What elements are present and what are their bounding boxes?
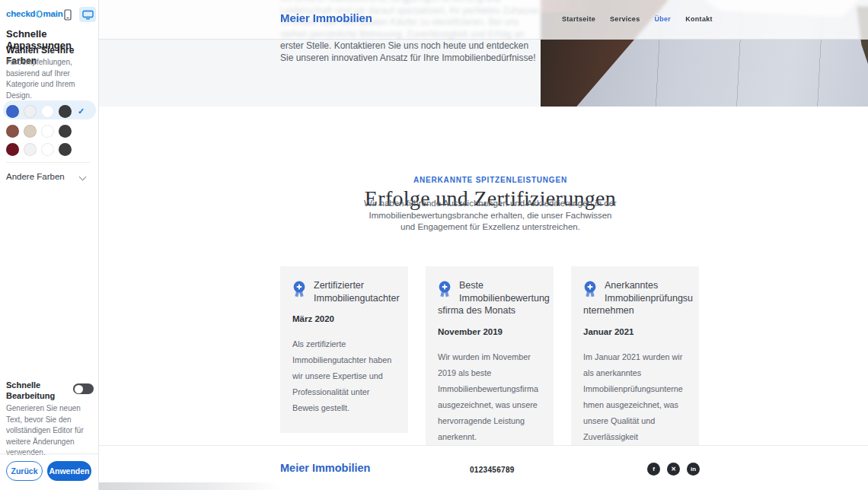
site-brand[interactable]: Meier Immobilien	[280, 11, 372, 24]
color-swatch	[41, 105, 54, 118]
color-swatch	[24, 125, 37, 138]
desktop-preview-button[interactable]	[79, 7, 96, 22]
x-twitter-icon[interactable]: ✕	[667, 463, 680, 476]
color-swatch	[41, 125, 54, 138]
color-swatch	[24, 105, 37, 118]
card-title-line: Immobiliengutachter	[314, 292, 396, 305]
nav-item-startseite[interactable]: Startseite	[562, 15, 595, 23]
nav-item-services[interactable]: Services	[610, 15, 640, 23]
award-card: Beste Immobilienbewertung sfirma des Mon…	[426, 266, 554, 462]
hero-line: Sie unseren innovativen Ansatz für Ihre …	[280, 52, 538, 65]
award-card: Zertifizierter Immobiliengutachter März …	[280, 266, 408, 433]
site-nav: Startseite Services Über Kontakt	[562, 15, 713, 23]
divider	[6, 162, 90, 163]
color-swatch	[6, 143, 19, 156]
color-swatch	[59, 125, 72, 138]
card-title-line: Immobilienbewertung	[459, 292, 541, 305]
linkedin-icon[interactable]: in	[687, 463, 700, 476]
color-palette-list: ✓	[0, 100, 99, 157]
back-button[interactable]: Zurück	[6, 461, 43, 481]
check-icon: ✓	[78, 107, 85, 116]
sidebar-header: checkdmain	[6, 7, 96, 22]
quick-edit-label: Schnelle Bearbeitung	[6, 380, 61, 401]
card-head: Beste Immobilienbewertung sfirma des Mon…	[438, 279, 541, 317]
site-preview: Mit unserer Marktkenntnis, langjährigen …	[99, 0, 868, 490]
footer-brand[interactable]: Meier Immobilien	[280, 462, 370, 474]
app: checkdmain Schnelle Anpassungen Wählen S	[0, 0, 868, 490]
card-title-line: Immobilienprüfungsu	[605, 292, 687, 305]
palette-option-1[interactable]: ✓	[3, 100, 96, 119]
monitor-icon	[82, 10, 94, 20]
medal-icon	[292, 281, 306, 298]
editor-sidebar: checkdmain Schnelle Anpassungen Wählen S	[0, 0, 99, 490]
card-date: November 2019	[438, 327, 541, 336]
footer-phone[interactable]: 0123456789	[470, 466, 515, 474]
site-header: Meier Immobilien Startseite Services Übe…	[99, 0, 868, 40]
medal-icon	[438, 281, 452, 298]
quick-edit-description: Generieren Sie neuen Text, bevor Sie den…	[6, 403, 91, 459]
toggle-knob	[75, 385, 83, 393]
card-body: Im Januar 2021 wurden wir als anerkannte…	[583, 349, 687, 461]
colors-section-description: Farbempfehlungen, basierend auf Ihrer Ka…	[6, 57, 85, 101]
social-links: f ✕ in	[647, 463, 700, 476]
hero-line: erster Stelle. Kontaktieren Sie uns noch…	[280, 40, 538, 52]
palette-option-3[interactable]	[0, 138, 99, 158]
apply-button[interactable]: Anwenden	[47, 461, 91, 481]
chevron-down-icon	[79, 173, 87, 181]
logo-text-1: checkd	[6, 9, 35, 18]
awards-subtitle: Wir haben führende Auszeichnungen und Ak…	[364, 198, 617, 234]
card-title-line: Zertifizierter	[314, 279, 396, 292]
below-fold-shadow	[99, 482, 282, 490]
nav-item-ueber[interactable]: Über	[654, 15, 671, 23]
card-title-line: Anerkanntes	[605, 279, 687, 292]
color-swatch	[41, 143, 54, 156]
color-swatch	[6, 125, 19, 138]
medal-icon	[583, 281, 597, 298]
other-colors-expander[interactable]: Andere Farben	[6, 172, 91, 184]
color-swatch	[6, 105, 19, 118]
device-preview-toggle	[59, 7, 96, 22]
palette-option-2[interactable]	[0, 120, 99, 139]
globe-icon	[36, 11, 43, 18]
divider	[0, 453, 98, 454]
card-title-line: sfirma des Monats	[438, 304, 541, 317]
phone-icon	[64, 9, 72, 21]
card-date: Januar 2021	[583, 327, 687, 336]
mobile-preview-button[interactable]	[59, 7, 76, 22]
other-colors-label: Andere Farben	[6, 172, 65, 181]
color-swatch	[59, 105, 72, 118]
card-body: Wir wurden im November 2019 als beste Im…	[438, 349, 541, 445]
checkdomain-logo: checkdmain	[6, 9, 62, 18]
card-head: Zertifizierter Immobiliengutachter	[292, 279, 396, 304]
hero-section: Mit unserer Marktkenntnis, langjährigen …	[99, 0, 868, 107]
facebook-icon[interactable]: f	[647, 463, 660, 476]
card-title-line: Beste	[459, 279, 541, 292]
awards-eyebrow: ANERKANNTE SPITZENLEISTUNGEN	[280, 176, 700, 184]
card-head: Anerkanntes Immobilienprüfungsu nternehm…	[583, 279, 687, 317]
card-body: Als zertifizierte Immobiliengutachter ha…	[292, 336, 396, 416]
color-swatch	[59, 143, 72, 156]
color-swatch	[24, 143, 37, 156]
quick-edit-toggle[interactable]	[73, 383, 94, 394]
awards-section: ANERKANNTE SPITZENLEISTUNGEN Erfolge und…	[99, 107, 868, 445]
nav-item-kontakt[interactable]: Kontakt	[685, 15, 713, 23]
card-date: März 2020	[292, 314, 396, 323]
card-title-line: nternehmen	[583, 304, 687, 317]
